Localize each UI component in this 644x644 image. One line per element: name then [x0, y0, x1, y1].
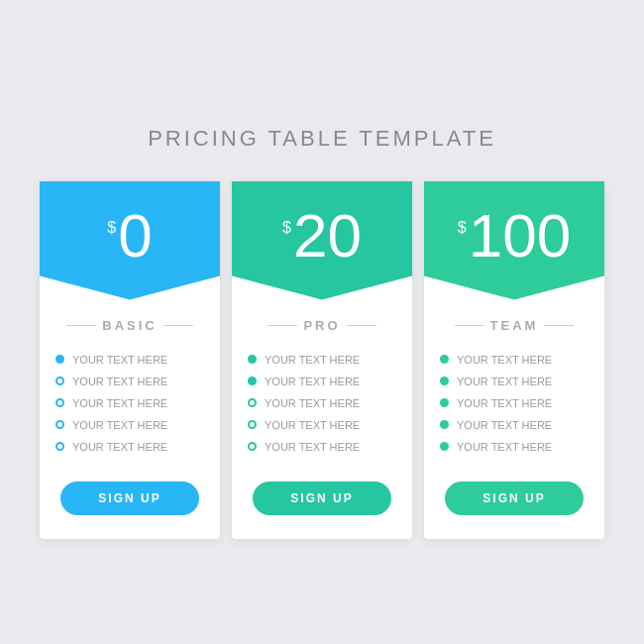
- list-item: YOUR TEXT HERE: [55, 371, 204, 392]
- bullet-icon: [440, 355, 449, 364]
- bullet-icon: [440, 420, 449, 429]
- feature-text: YOUR TEXT HERE: [72, 441, 167, 453]
- currency-sign: $: [107, 219, 116, 237]
- feature-text: YOUR TEXT HERE: [72, 419, 167, 431]
- feature-text: YOUR TEXT HERE: [265, 354, 360, 366]
- bullet-icon: [248, 420, 257, 429]
- list-item: YOUR TEXT HERE: [248, 436, 396, 458]
- currency-sign: $: [458, 219, 467, 237]
- price-display: $20: [282, 205, 362, 267]
- bullet-icon: [55, 376, 64, 385]
- list-item: YOUR TEXT HERE: [440, 349, 589, 371]
- signup-button-team[interactable]: SIGN UP: [445, 482, 584, 515]
- feature-text: YOUR TEXT HERE: [265, 441, 360, 453]
- bullet-icon: [55, 398, 64, 407]
- card-header-basic: $0: [40, 181, 220, 300]
- bullet-icon: [440, 376, 449, 385]
- price-amount: 20: [293, 205, 362, 267]
- bullet-icon: [248, 376, 257, 385]
- feature-text: YOUR TEXT HERE: [265, 376, 360, 387]
- bullet-icon: [55, 355, 64, 364]
- list-item: YOUR TEXT HERE: [55, 392, 204, 414]
- feature-text: YOUR TEXT HERE: [72, 354, 167, 366]
- list-item: YOUR TEXT HERE: [248, 349, 396, 371]
- card-header-team: $100: [424, 181, 604, 300]
- list-item: YOUR TEXT HERE: [248, 371, 396, 392]
- pricing-card-pro: $20PROYOUR TEXT HEREYOUR TEXT HEREYOUR T…: [232, 181, 412, 539]
- price-amount: 100: [469, 205, 571, 267]
- feature-text: YOUR TEXT HERE: [457, 441, 552, 453]
- plan-name: BASIC: [102, 318, 157, 333]
- list-item: YOUR TEXT HERE: [440, 436, 589, 458]
- page-title: PRICING TABLE TEMPLATE: [148, 126, 496, 152]
- list-item: YOUR TEXT HERE: [55, 349, 204, 371]
- plan-name: TEAM: [490, 318, 539, 333]
- feature-text: YOUR TEXT HERE: [457, 419, 552, 431]
- list-item: YOUR TEXT HERE: [55, 414, 204, 436]
- bullet-icon: [248, 442, 257, 451]
- bullet-icon: [440, 398, 449, 407]
- features-list: YOUR TEXT HEREYOUR TEXT HEREYOUR TEXT HE…: [232, 349, 412, 458]
- list-item: YOUR TEXT HERE: [248, 414, 396, 436]
- features-list: YOUR TEXT HEREYOUR TEXT HEREYOUR TEXT HE…: [424, 349, 604, 458]
- card-header-pro: $20: [232, 181, 412, 300]
- bullet-icon: [440, 442, 449, 451]
- feature-text: YOUR TEXT HERE: [457, 397, 552, 409]
- signup-button-basic[interactable]: SIGN UP: [60, 482, 199, 515]
- pricing-card-team: $100TEAMYOUR TEXT HEREYOUR TEXT HEREYOUR…: [424, 181, 604, 539]
- feature-text: YOUR TEXT HERE: [265, 419, 360, 431]
- pricing-card-basic: $0BASICYOUR TEXT HEREYOUR TEXT HEREYOUR …: [40, 181, 220, 539]
- list-item: YOUR TEXT HERE: [55, 436, 204, 458]
- list-item: YOUR TEXT HERE: [440, 392, 589, 414]
- price-amount: 0: [118, 205, 152, 267]
- pricing-container: $0BASICYOUR TEXT HEREYOUR TEXT HEREYOUR …: [40, 181, 604, 539]
- feature-text: YOUR TEXT HERE: [457, 376, 552, 387]
- feature-text: YOUR TEXT HERE: [72, 376, 167, 387]
- list-item: YOUR TEXT HERE: [440, 371, 589, 392]
- feature-text: YOUR TEXT HERE: [265, 397, 360, 409]
- plan-name: PRO: [303, 318, 340, 333]
- feature-text: YOUR TEXT HERE: [72, 397, 167, 409]
- price-display: $0: [107, 205, 152, 267]
- bullet-icon: [55, 442, 64, 451]
- feature-text: YOUR TEXT HERE: [457, 354, 552, 366]
- currency-sign: $: [282, 219, 291, 237]
- features-list: YOUR TEXT HEREYOUR TEXT HEREYOUR TEXT HE…: [40, 349, 220, 458]
- bullet-icon: [248, 398, 257, 407]
- price-display: $100: [458, 205, 571, 267]
- list-item: YOUR TEXT HERE: [248, 392, 396, 414]
- signup-button-pro[interactable]: SIGN UP: [253, 482, 391, 515]
- bullet-icon: [55, 420, 64, 429]
- bullet-icon: [248, 355, 257, 364]
- list-item: YOUR TEXT HERE: [440, 414, 589, 436]
